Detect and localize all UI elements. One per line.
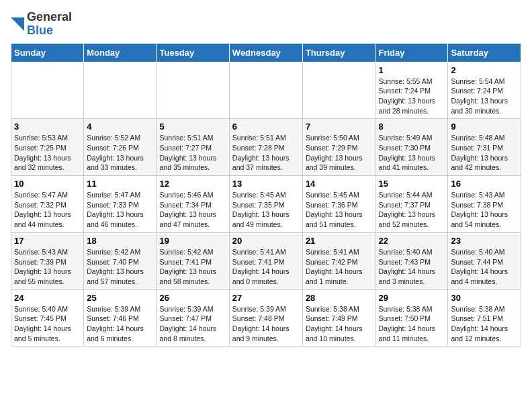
day-info: Sunrise: 5:54 AM Sunset: 7:24 PM Dayligh… xyxy=(451,77,518,116)
day-number: 22 xyxy=(378,236,445,246)
calendar-cell: 18Sunrise: 5:42 AM Sunset: 7:40 PM Dayli… xyxy=(84,232,157,289)
calendar-cell: 15Sunrise: 5:44 AM Sunset: 7:37 PM Dayli… xyxy=(375,176,448,233)
day-info: Sunrise: 5:48 AM Sunset: 7:31 PM Dayligh… xyxy=(451,133,518,173)
day-number: 23 xyxy=(451,236,518,246)
day-number: 18 xyxy=(87,236,153,246)
day-info: Sunrise: 5:55 AM Sunset: 7:24 PM Dayligh… xyxy=(378,77,445,116)
day-number: 11 xyxy=(87,179,153,189)
calendar-cell: 11Sunrise: 5:47 AM Sunset: 7:33 PM Dayli… xyxy=(84,176,157,233)
logo: General Blue xyxy=(11,11,72,38)
day-info: Sunrise: 5:47 AM Sunset: 7:32 PM Dayligh… xyxy=(14,190,81,230)
day-number: 20 xyxy=(232,236,300,246)
day-number: 24 xyxy=(14,293,81,303)
calendar-cell xyxy=(229,62,302,119)
calendar-cell: 24Sunrise: 5:40 AM Sunset: 7:45 PM Dayli… xyxy=(11,289,84,347)
day-number: 15 xyxy=(378,179,445,189)
day-info: Sunrise: 5:45 AM Sunset: 7:36 PM Dayligh… xyxy=(306,190,373,230)
day-number: 4 xyxy=(87,122,153,132)
day-info: Sunrise: 5:46 AM Sunset: 7:34 PM Dayligh… xyxy=(159,190,226,230)
weekday-header: Sunday xyxy=(11,43,84,62)
svg-marker-0 xyxy=(11,17,24,31)
calendar-cell xyxy=(11,62,84,119)
day-number: 27 xyxy=(232,293,300,303)
day-number: 28 xyxy=(306,293,373,303)
calendar-cell: 2Sunrise: 5:54 AM Sunset: 7:24 PM Daylig… xyxy=(448,62,521,119)
calendar-table: SundayMondayTuesdayWednesdayThursdayFrid… xyxy=(11,43,521,347)
day-info: Sunrise: 5:52 AM Sunset: 7:26 PM Dayligh… xyxy=(87,133,153,173)
day-number: 7 xyxy=(306,122,373,132)
calendar-cell: 28Sunrise: 5:38 AM Sunset: 7:49 PM Dayli… xyxy=(302,289,375,347)
calendar-cell: 8Sunrise: 5:49 AM Sunset: 7:30 PM Daylig… xyxy=(375,119,448,176)
day-number: 16 xyxy=(451,179,518,189)
calendar-cell: 22Sunrise: 5:40 AM Sunset: 7:43 PM Dayli… xyxy=(375,232,448,289)
day-info: Sunrise: 5:39 AM Sunset: 7:48 PM Dayligh… xyxy=(232,304,300,344)
calendar-cell: 1Sunrise: 5:55 AM Sunset: 7:24 PM Daylig… xyxy=(375,62,448,119)
day-info: Sunrise: 5:47 AM Sunset: 7:33 PM Dayligh… xyxy=(87,190,153,230)
day-info: Sunrise: 5:39 AM Sunset: 7:46 PM Dayligh… xyxy=(87,304,153,344)
day-info: Sunrise: 5:43 AM Sunset: 7:39 PM Dayligh… xyxy=(14,247,81,287)
logo-triangle-icon xyxy=(11,17,24,31)
calendar-cell: 27Sunrise: 5:39 AM Sunset: 7:48 PM Dayli… xyxy=(229,289,302,347)
calendar-cell: 10Sunrise: 5:47 AM Sunset: 7:32 PM Dayli… xyxy=(11,176,84,233)
calendar-cell: 3Sunrise: 5:53 AM Sunset: 7:25 PM Daylig… xyxy=(11,119,84,176)
calendar-cell: 29Sunrise: 5:38 AM Sunset: 7:50 PM Dayli… xyxy=(375,289,448,347)
day-info: Sunrise: 5:43 AM Sunset: 7:38 PM Dayligh… xyxy=(451,190,518,230)
day-info: Sunrise: 5:39 AM Sunset: 7:47 PM Dayligh… xyxy=(159,304,226,344)
day-info: Sunrise: 5:50 AM Sunset: 7:29 PM Dayligh… xyxy=(306,133,373,173)
weekday-header: Friday xyxy=(375,43,448,62)
calendar-cell: 6Sunrise: 5:51 AM Sunset: 7:28 PM Daylig… xyxy=(229,119,302,176)
day-info: Sunrise: 5:40 AM Sunset: 7:45 PM Dayligh… xyxy=(14,304,81,344)
weekday-header: Tuesday xyxy=(157,43,229,62)
day-number: 21 xyxy=(306,236,373,246)
calendar-cell: 12Sunrise: 5:46 AM Sunset: 7:34 PM Dayli… xyxy=(157,176,229,233)
logo-blue-text: Blue xyxy=(27,24,72,38)
day-info: Sunrise: 5:40 AM Sunset: 7:43 PM Dayligh… xyxy=(378,247,445,287)
weekday-row: SundayMondayTuesdayWednesdayThursdayFrid… xyxy=(11,43,521,62)
day-info: Sunrise: 5:44 AM Sunset: 7:37 PM Dayligh… xyxy=(378,190,445,230)
weekday-header: Saturday xyxy=(448,43,521,62)
calendar-cell: 14Sunrise: 5:45 AM Sunset: 7:36 PM Dayli… xyxy=(302,176,375,233)
day-number: 19 xyxy=(159,236,226,246)
calendar-cell: 16Sunrise: 5:43 AM Sunset: 7:38 PM Dayli… xyxy=(448,176,521,233)
day-number: 13 xyxy=(232,179,300,189)
day-number: 5 xyxy=(159,122,226,132)
calendar-cell: 30Sunrise: 5:38 AM Sunset: 7:51 PM Dayli… xyxy=(448,289,521,347)
calendar-cell: 5Sunrise: 5:51 AM Sunset: 7:27 PM Daylig… xyxy=(157,119,229,176)
calendar-cell: 4Sunrise: 5:52 AM Sunset: 7:26 PM Daylig… xyxy=(84,119,157,176)
calendar-week-row: 3Sunrise: 5:53 AM Sunset: 7:25 PM Daylig… xyxy=(11,119,521,176)
day-number: 2 xyxy=(451,65,518,75)
calendar-cell: 7Sunrise: 5:50 AM Sunset: 7:29 PM Daylig… xyxy=(302,119,375,176)
day-number: 17 xyxy=(14,236,81,246)
calendar-body: 1Sunrise: 5:55 AM Sunset: 7:24 PM Daylig… xyxy=(11,62,521,347)
calendar-cell: 9Sunrise: 5:48 AM Sunset: 7:31 PM Daylig… xyxy=(448,119,521,176)
day-number: 3 xyxy=(14,122,81,132)
day-number: 10 xyxy=(14,179,81,189)
calendar-cell: 26Sunrise: 5:39 AM Sunset: 7:47 PM Dayli… xyxy=(157,289,229,347)
weekday-header: Monday xyxy=(84,43,157,62)
day-info: Sunrise: 5:38 AM Sunset: 7:51 PM Dayligh… xyxy=(451,304,518,344)
day-info: Sunrise: 5:41 AM Sunset: 7:41 PM Dayligh… xyxy=(232,247,300,287)
day-number: 26 xyxy=(159,293,226,303)
page-header: General Blue xyxy=(11,11,521,38)
calendar-week-row: 17Sunrise: 5:43 AM Sunset: 7:39 PM Dayli… xyxy=(11,232,521,289)
calendar-cell xyxy=(157,62,229,119)
logo-general-text: General xyxy=(27,11,72,24)
day-number: 29 xyxy=(378,293,445,303)
weekday-header: Wednesday xyxy=(229,43,302,62)
calendar-header: SundayMondayTuesdayWednesdayThursdayFrid… xyxy=(11,43,521,62)
day-number: 30 xyxy=(451,293,518,303)
day-info: Sunrise: 5:49 AM Sunset: 7:30 PM Dayligh… xyxy=(378,133,445,173)
day-info: Sunrise: 5:51 AM Sunset: 7:28 PM Dayligh… xyxy=(232,133,300,173)
day-number: 8 xyxy=(378,122,445,132)
day-info: Sunrise: 5:40 AM Sunset: 7:44 PM Dayligh… xyxy=(451,247,518,287)
logo: General Blue xyxy=(11,11,72,38)
day-number: 1 xyxy=(378,65,445,75)
day-number: 9 xyxy=(451,122,518,132)
calendar-cell: 19Sunrise: 5:42 AM Sunset: 7:41 PM Dayli… xyxy=(157,232,229,289)
day-info: Sunrise: 5:42 AM Sunset: 7:40 PM Dayligh… xyxy=(87,247,153,287)
calendar-cell: 13Sunrise: 5:45 AM Sunset: 7:35 PM Dayli… xyxy=(229,176,302,233)
calendar-week-row: 10Sunrise: 5:47 AM Sunset: 7:32 PM Dayli… xyxy=(11,176,521,233)
day-number: 6 xyxy=(232,122,300,132)
calendar-cell xyxy=(302,62,375,119)
calendar-cell xyxy=(84,62,157,119)
